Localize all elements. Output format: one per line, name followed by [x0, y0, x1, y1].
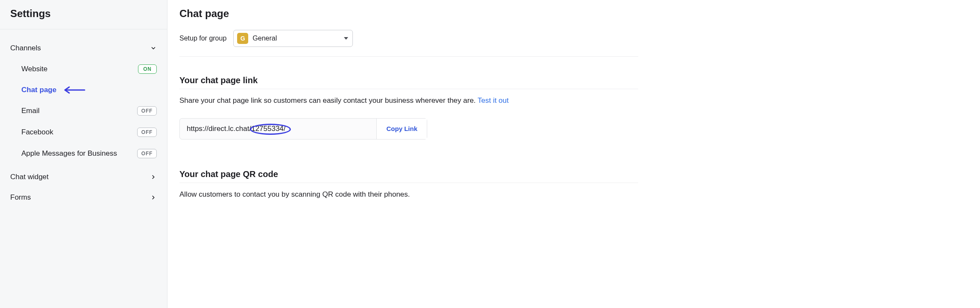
sidebar-header: Settings	[0, 0, 167, 29]
section-title-link: Your chat page link	[179, 76, 638, 89]
sidebar-item-facebook[interactable]: Facebook OFF	[0, 122, 167, 143]
sidebar-item-label: Chat page	[21, 86, 56, 94]
chevron-right-icon	[150, 174, 157, 180]
annotation-arrow-icon	[62, 86, 85, 94]
status-badge-off: OFF	[137, 106, 157, 116]
settings-sidebar: Settings Channels Website ON Chat page	[0, 0, 167, 308]
status-badge-on: ON	[138, 64, 157, 74]
chat-page-link-field[interactable]: https://direct.lc.chat/12755334/	[180, 119, 377, 139]
sidebar-item-website[interactable]: Website ON	[0, 58, 167, 80]
section-desc-link: Share your chat page link so customers c…	[179, 95, 638, 106]
test-it-out-link[interactable]: Test it out	[478, 96, 509, 105]
section-label: Channels	[10, 44, 41, 52]
section-desc-text: Share your chat page link so customers c…	[179, 96, 478, 105]
group-select[interactable]: G General	[233, 30, 353, 47]
section-desc-qr: Allow customers to contact you by scanni…	[179, 189, 638, 200]
group-setup-label: Setup for group	[179, 35, 226, 42]
copy-link-button[interactable]: Copy Link	[377, 119, 427, 139]
sidebar-section-channels[interactable]: Channels	[0, 38, 167, 58]
sidebar-item-email[interactable]: Email OFF	[0, 100, 167, 122]
section-label: Chat widget	[10, 173, 49, 181]
sidebar-item-apple-messages[interactable]: Apple Messages for Business OFF	[0, 143, 167, 164]
sidebar-item-label: Facebook	[21, 128, 53, 137]
section-title-qr: Your chat page QR code	[179, 169, 638, 183]
sidebar-item-chat-page[interactable]: Chat page	[0, 80, 167, 100]
chevron-down-icon	[150, 45, 157, 52]
sidebar-title: Settings	[10, 8, 157, 20]
chat-page-link-value: https://direct.lc.chat/12755334/	[187, 125, 286, 133]
sidebar-item-label: Website	[21, 65, 47, 73]
chat-page-link-row: https://direct.lc.chat/12755334/ Copy Li…	[179, 118, 427, 139]
sidebar-section-forms[interactable]: Forms	[0, 187, 167, 208]
caret-down-icon	[344, 37, 348, 40]
group-selector-row: Setup for group G General	[179, 30, 638, 57]
chevron-right-icon	[150, 194, 157, 201]
sidebar-item-label: Email	[21, 107, 40, 115]
group-selected-name: General	[252, 35, 340, 42]
status-badge-off: OFF	[137, 128, 157, 137]
group-avatar: G	[237, 33, 248, 44]
section-label: Forms	[10, 193, 31, 202]
status-badge-off: OFF	[137, 149, 157, 158]
sidebar-item-label: Apple Messages for Business	[21, 149, 117, 158]
main-content: Chat page Setup for group G General Your…	[167, 0, 980, 308]
page-title: Chat page	[179, 8, 638, 20]
sidebar-section-chat-widget[interactable]: Chat widget	[0, 167, 167, 187]
